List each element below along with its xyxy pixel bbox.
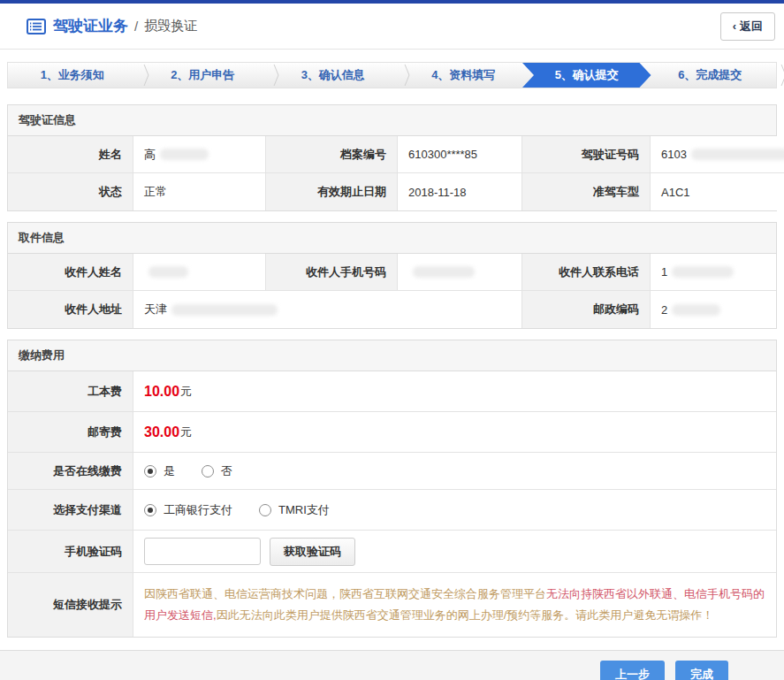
fee-unit: 元	[180, 424, 192, 440]
recipient-mobile-value	[398, 254, 522, 291]
radio-icon	[202, 465, 214, 478]
step-2-declare[interactable]: 2、用户申告	[139, 63, 268, 88]
production-fee-value: 10.00元	[133, 371, 776, 412]
recipient-phone-value: 1	[651, 254, 776, 291]
license-section-title: 驾驶证信息	[8, 105, 776, 136]
sms-notice-label: 短信接收提示	[8, 573, 133, 637]
radio-icon	[144, 504, 156, 516]
get-code-button[interactable]: 获取验证码	[270, 538, 355, 566]
redaction-blur	[171, 304, 278, 316]
step-3-confirm-info[interactable]: 3、确认信息	[269, 63, 398, 88]
back-button-label: 返回	[740, 19, 763, 34]
recipient-phone-label: 收件人联系电话	[522, 254, 651, 291]
vehicle-class-label: 准驾车型	[522, 173, 651, 210]
postcode-label: 邮政编码	[522, 291, 651, 328]
step-6-complete[interactable]: 6、完成提交	[646, 63, 775, 88]
recipient-address-label: 收件人地址	[8, 291, 133, 328]
radio-icon	[259, 504, 271, 516]
postcode-value: 2	[651, 291, 776, 328]
redaction-blur	[672, 266, 734, 278]
step-1-notice[interactable]: 1、业务须知	[8, 63, 137, 88]
previous-step-button[interactable]: 上一步	[600, 661, 665, 680]
redaction-blur	[413, 266, 475, 278]
radio-label: 是	[164, 463, 175, 479]
postage-fee-value: 30.00元	[133, 412, 776, 453]
finish-button[interactable]: 完成	[675, 661, 728, 680]
step-4-fill-data[interactable]: 4、资料填写	[400, 63, 529, 88]
radio-label: 工商银行支付	[164, 502, 232, 518]
notice-part-1: 因陕西省联通、电信运营商技术问题，陕西省互联网交通安全综合服务管理平台	[144, 587, 546, 600]
expiry-value: 2018-11-18	[398, 173, 522, 210]
footer-action-bar: 上一步 完成	[0, 650, 784, 680]
online-payment-label: 是否在线缴费	[8, 453, 133, 490]
name-label: 姓名	[8, 136, 133, 173]
breadcrumb-current: 损毁换证	[144, 18, 197, 34]
radio-label: TMRI支付	[278, 502, 330, 518]
license-number-value: 6103	[651, 136, 784, 173]
expiry-label: 有效期止日期	[266, 173, 398, 210]
radio-icon	[144, 465, 156, 478]
status-label: 状态	[8, 173, 133, 210]
sms-code-row: 获取验证码	[133, 531, 776, 573]
page-header: 驾驶证业务 / 损毁换证 ‹ 返回	[0, 4, 784, 50]
redaction-blur	[160, 149, 209, 160]
payment-channel-label: 选择支付渠道	[8, 490, 133, 531]
sms-notice-text: 因陕西省联通、电信运营商技术问题，陕西省互联网交通安全综合服务管理平台无法向持陕…	[133, 573, 776, 637]
notice-part-3: 因此无法向此类用户提供陕西省交通管理业务的网上办理/预约等服务。请此类用户避免无…	[217, 608, 714, 622]
page-title: 驾驶证业务	[53, 16, 128, 36]
radio-online-yes[interactable]: 是	[144, 463, 175, 479]
fee-unit: 元	[180, 384, 192, 400]
license-info-section: 驾驶证信息 姓名 高 档案编号 610300****85 驾驶证号码 6103 …	[7, 104, 777, 211]
recipient-name-label: 收件人姓名	[8, 254, 133, 291]
file-number-label: 档案编号	[266, 136, 398, 173]
step-bar: 1、业务须知 2、用户申告 3、确认信息 4、资料填写 5、确认提交 6、完成提…	[7, 62, 777, 88]
license-number-label: 驾驶证号码	[522, 136, 651, 173]
back-button[interactable]: ‹ 返回	[720, 12, 775, 41]
name-value: 高	[133, 136, 266, 173]
step-separator	[774, 63, 776, 88]
step-5-confirm-submit[interactable]: 5、确认提交	[522, 63, 651, 88]
chevron-left-icon: ‹	[733, 19, 736, 33]
postage-fee-label: 邮寄费	[8, 412, 133, 453]
sms-code-label: 手机验证码	[8, 531, 133, 573]
sms-code-input[interactable]	[144, 538, 261, 565]
recipient-name-value	[133, 254, 266, 291]
recipient-address-value: 天津	[133, 291, 522, 328]
redaction-blur	[691, 149, 784, 160]
redaction-blur	[672, 304, 720, 316]
radio-channel-icbc[interactable]: 工商银行支付	[144, 502, 232, 518]
radio-online-no[interactable]: 否	[202, 463, 232, 479]
redaction-blur	[148, 266, 188, 278]
recipient-mobile-label: 收件人手机号码	[266, 254, 398, 291]
radio-channel-tmri[interactable]: TMRI支付	[259, 502, 330, 518]
production-fee-label: 工本费	[8, 371, 133, 412]
fee-amount: 10.00	[144, 384, 179, 400]
radio-label: 否	[221, 463, 232, 479]
fee-amount: 30.00	[144, 424, 179, 440]
breadcrumb-separator: /	[134, 19, 138, 34]
status-value: 正常	[133, 173, 266, 210]
vehicle-class-value: A1C1	[651, 173, 784, 210]
list-icon	[27, 19, 46, 34]
payment-section: 缴纳费用 工本费 10.00元 邮寄费 30.00元 是否在线缴费 是 否 选择…	[7, 340, 777, 638]
payment-channel-options: 工商银行支付 TMRI支付	[133, 490, 776, 531]
file-number-value: 610300****85	[398, 136, 522, 173]
pickup-section-title: 取件信息	[8, 223, 776, 254]
payment-section-title: 缴纳费用	[8, 340, 776, 371]
online-payment-options: 是 否	[133, 453, 776, 490]
pickup-info-section: 取件信息 收件人姓名 收件人手机号码 收件人联系电话 1 收件人地址 天津 邮政…	[7, 222, 777, 329]
